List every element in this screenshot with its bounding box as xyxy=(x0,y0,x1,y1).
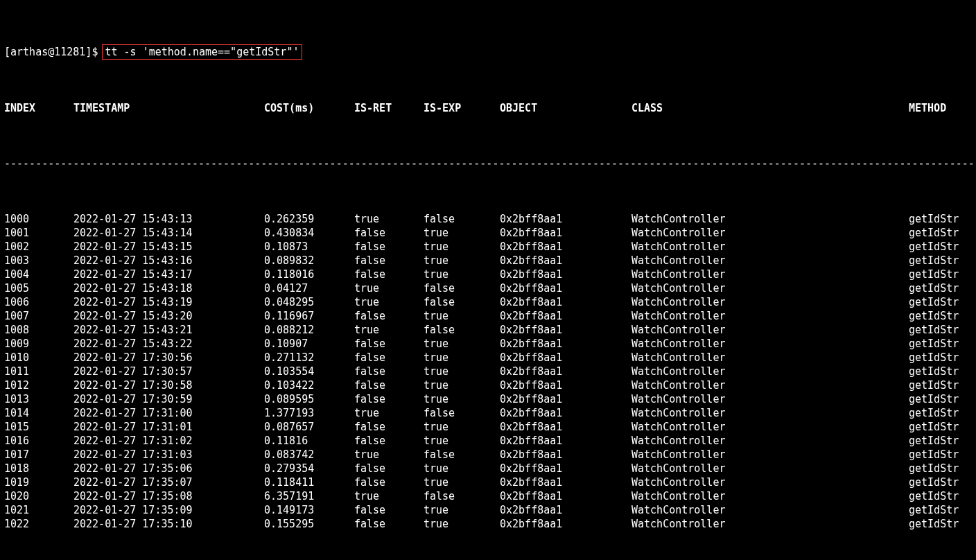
cell-object: 0x2bff8aa1 xyxy=(500,295,631,309)
cell-class: WatchController xyxy=(631,406,909,420)
cell-method: getIdStr xyxy=(909,475,972,489)
cell-cost: 0.118411 xyxy=(264,475,354,489)
cell-isret: false xyxy=(354,503,424,517)
col-header-class: CLASS xyxy=(631,101,909,115)
cell-class: WatchController xyxy=(631,503,909,517)
cell-index: 1019 xyxy=(4,475,73,489)
cell-method: getIdStr xyxy=(909,281,972,295)
cell-timestamp: 2022-01-27 15:43:22 xyxy=(73,337,264,351)
cell-method: getIdStr xyxy=(909,240,972,254)
cell-isexp: false xyxy=(424,406,500,420)
cell-cost: 0.083742 xyxy=(264,448,354,462)
cell-class: WatchController xyxy=(631,365,909,378)
table-row: 10142022-01-27 17:31:001.377193truefalse… xyxy=(4,406,972,420)
terminal-output: [arthas@11281]$ tt -s 'method.name=="get… xyxy=(0,0,976,560)
cell-cost: 1.377193 xyxy=(264,406,354,420)
table-row: 10182022-01-27 17:35:060.279354falsetrue… xyxy=(4,462,972,475)
cell-isret: false xyxy=(354,365,424,378)
cell-isexp: true xyxy=(424,268,500,281)
cell-object: 0x2bff8aa1 xyxy=(500,420,631,434)
cell-index: 1014 xyxy=(4,406,73,420)
cell-object: 0x2bff8aa1 xyxy=(500,323,631,337)
cell-timestamp: 2022-01-27 17:30:58 xyxy=(73,378,264,392)
table-row: 10022022-01-27 15:43:150.10873falsetrue0… xyxy=(4,240,972,254)
cell-isexp: true xyxy=(424,517,500,531)
table-row: 10212022-01-27 17:35:090.149173falsetrue… xyxy=(4,503,972,517)
cell-class: WatchController xyxy=(631,378,909,392)
table-row: 10082022-01-27 15:43:210.088212truefalse… xyxy=(4,323,972,337)
cell-method: getIdStr xyxy=(909,489,972,503)
table-row: 10162022-01-27 17:31:020.11816falsetrue0… xyxy=(4,434,972,448)
cell-cost: 0.048295 xyxy=(264,295,354,309)
cell-isexp: true xyxy=(424,420,500,434)
cell-method: getIdStr xyxy=(909,517,972,531)
cell-cost: 0.103422 xyxy=(264,378,354,392)
cell-cost: 0.10873 xyxy=(264,240,354,254)
cell-index: 1007 xyxy=(4,309,73,323)
cell-index: 1015 xyxy=(4,420,73,434)
cell-object: 0x2bff8aa1 xyxy=(500,212,631,226)
cell-class: WatchController xyxy=(631,281,909,295)
cell-timestamp: 2022-01-27 17:35:10 xyxy=(73,517,264,531)
cell-isret: true xyxy=(354,295,424,309)
cell-isexp: false xyxy=(424,281,500,295)
cell-isexp: true xyxy=(424,378,500,392)
cell-index: 1006 xyxy=(4,295,73,309)
table-row: 10172022-01-27 17:31:030.083742truefalse… xyxy=(4,448,972,462)
cell-object: 0x2bff8aa1 xyxy=(500,489,631,503)
cell-isexp: true xyxy=(424,309,500,323)
cell-class: WatchController xyxy=(631,268,909,281)
cell-index: 1020 xyxy=(4,489,73,503)
cell-object: 0x2bff8aa1 xyxy=(500,240,631,254)
prompt-prefix: [arthas@11281]$ xyxy=(4,46,105,58)
table-header: INDEX TIMESTAMP COST(ms) IS-RET IS-EXP O… xyxy=(4,101,972,115)
table-row: 10002022-01-27 15:43:130.262359truefalse… xyxy=(4,212,972,226)
cell-object: 0x2bff8aa1 xyxy=(500,462,631,475)
cell-isret: false xyxy=(354,517,424,531)
cell-object: 0x2bff8aa1 xyxy=(500,351,631,365)
cell-object: 0x2bff8aa1 xyxy=(500,503,631,517)
cell-object: 0x2bff8aa1 xyxy=(500,475,631,489)
command-line-1[interactable]: [arthas@11281]$ tt -s 'method.name=="get… xyxy=(4,44,972,60)
col-header-timestamp: TIMESTAMP xyxy=(73,101,264,115)
cell-cost: 0.10907 xyxy=(264,337,354,351)
cell-index: 1016 xyxy=(4,434,73,448)
cell-cost: 0.118016 xyxy=(264,268,354,281)
command-highlight-1: tt -s 'method.name=="getIdStr"' xyxy=(102,44,303,60)
cell-index: 1004 xyxy=(4,268,73,281)
cell-object: 0x2bff8aa1 xyxy=(500,365,631,378)
col-header-isexp: IS-EXP xyxy=(424,101,500,115)
cell-isret: false xyxy=(354,462,424,475)
cell-timestamp: 2022-01-27 15:43:17 xyxy=(73,268,264,281)
cell-method: getIdStr xyxy=(909,323,972,337)
cell-timestamp: 2022-01-27 15:43:16 xyxy=(73,254,264,268)
cell-isexp: false xyxy=(424,295,500,309)
cell-cost: 0.087657 xyxy=(264,420,354,434)
cell-isexp: true xyxy=(424,351,500,365)
cell-isexp: true xyxy=(424,503,500,517)
cell-object: 0x2bff8aa1 xyxy=(500,268,631,281)
cell-isret: false xyxy=(354,434,424,448)
cell-index: 1008 xyxy=(4,323,73,337)
cell-isexp: false xyxy=(424,323,500,337)
cell-cost: 0.089595 xyxy=(264,392,354,406)
cell-isexp: true xyxy=(424,392,500,406)
cell-isret: true xyxy=(354,489,424,503)
cell-timestamp: 2022-01-27 15:43:14 xyxy=(73,226,264,240)
cell-object: 0x2bff8aa1 xyxy=(500,392,631,406)
table-row: 10102022-01-27 17:30:560.271132falsetrue… xyxy=(4,351,972,365)
cell-timestamp: 2022-01-27 17:30:56 xyxy=(73,351,264,365)
cell-method: getIdStr xyxy=(909,309,972,323)
table-row: 10032022-01-27 15:43:160.089832falsetrue… xyxy=(4,254,972,268)
cell-method: getIdStr xyxy=(909,434,972,448)
cell-index: 1017 xyxy=(4,448,73,462)
cell-isret: false xyxy=(354,475,424,489)
cell-cost: 0.430834 xyxy=(264,226,354,240)
cell-class: WatchController xyxy=(631,475,909,489)
cell-timestamp: 2022-01-27 17:35:08 xyxy=(73,489,264,503)
cell-index: 1003 xyxy=(4,254,73,268)
table-row: 10092022-01-27 15:43:220.10907falsetrue0… xyxy=(4,337,972,351)
cell-cost: 0.155295 xyxy=(264,517,354,531)
cell-timestamp: 2022-01-27 17:31:01 xyxy=(73,420,264,434)
cell-class: WatchController xyxy=(631,351,909,365)
